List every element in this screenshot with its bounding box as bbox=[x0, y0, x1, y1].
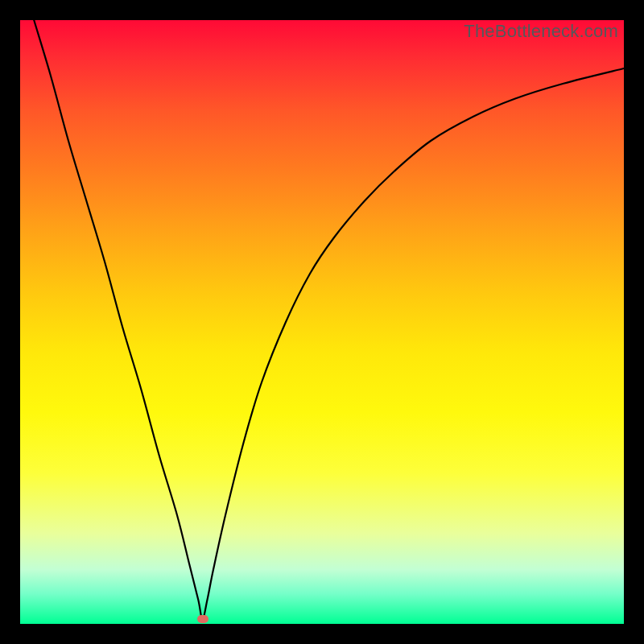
optimal-point-marker bbox=[197, 615, 208, 623]
bottleneck-curve bbox=[20, 20, 624, 624]
chart-area: TheBottleneck.com bbox=[20, 20, 624, 624]
